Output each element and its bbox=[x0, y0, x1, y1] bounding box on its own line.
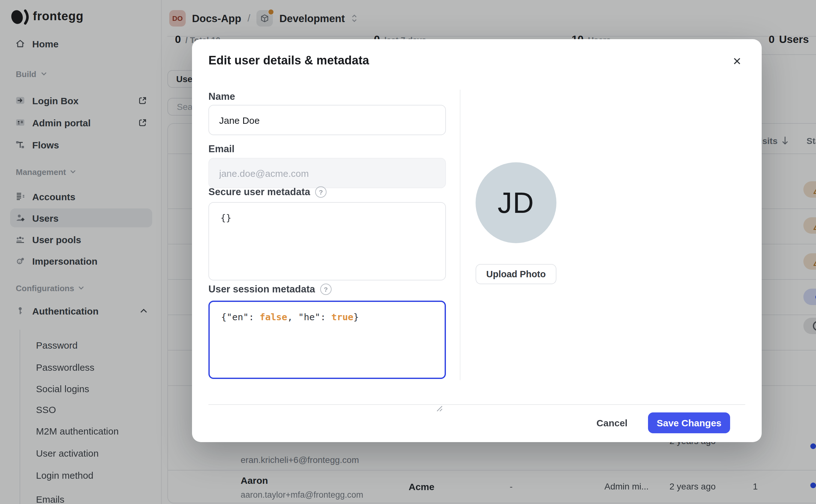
edit-user-modal: Edit user details & metadata ✕ Name Emai… bbox=[192, 39, 762, 442]
session-metadata-label: User session metadata ? bbox=[208, 284, 332, 295]
app-window: frontegg Home Build Login Box bbox=[0, 0, 816, 504]
help-icon[interactable]: ? bbox=[320, 284, 332, 295]
help-icon[interactable]: ? bbox=[315, 186, 327, 198]
json-boolean: true bbox=[331, 312, 353, 322]
secure-metadata-textarea[interactable] bbox=[208, 202, 446, 280]
session-metadata-textarea[interactable]: {"en": false, "he": true} bbox=[208, 301, 446, 379]
json-text: , "he": bbox=[287, 312, 332, 322]
modal-title: Edit user details & metadata bbox=[208, 54, 369, 68]
cancel-button[interactable]: Cancel bbox=[590, 412, 634, 433]
modal-divider bbox=[460, 90, 460, 380]
secure-metadata-label: Secure user metadata ? bbox=[208, 186, 327, 198]
email-label: Email bbox=[208, 143, 235, 155]
json-boolean: false bbox=[260, 312, 287, 322]
close-icon[interactable]: ✕ bbox=[729, 53, 745, 69]
footer-divider bbox=[208, 404, 745, 405]
save-changes-button[interactable]: Save Changes bbox=[648, 412, 730, 433]
resize-handle-icon[interactable] bbox=[436, 405, 443, 412]
json-text: } bbox=[353, 312, 359, 322]
upload-photo-button[interactable]: Upload Photo bbox=[476, 264, 556, 284]
json-text: {"en": bbox=[221, 312, 260, 322]
name-label: Name bbox=[208, 91, 235, 102]
email-field bbox=[208, 158, 446, 188]
avatar: JD bbox=[476, 162, 556, 243]
name-field[interactable] bbox=[208, 105, 446, 135]
